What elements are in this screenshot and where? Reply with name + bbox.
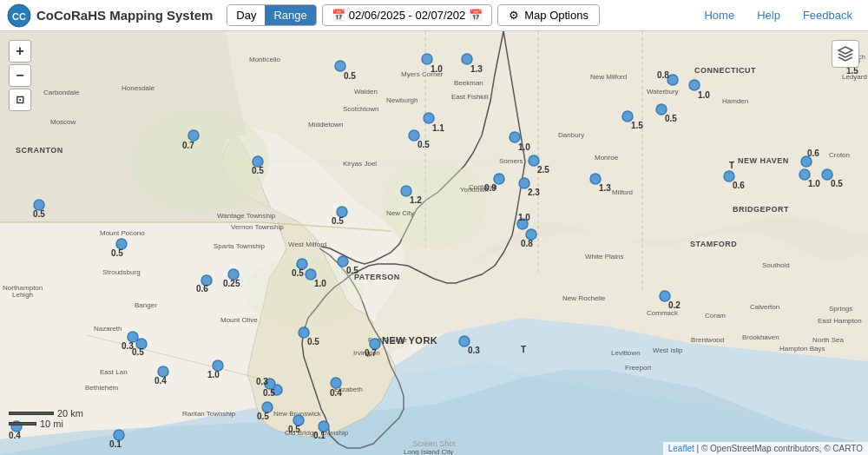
svg-text:0.5: 0.5 [292, 268, 304, 278]
svg-text:Lehigh: Lehigh [12, 291, 33, 299]
svg-text:Newburgh: Newburgh [386, 96, 418, 104]
svg-text:Kiryas Joel: Kiryas Joel [343, 160, 377, 168]
map-background: SCRANTON CONNECTICUT NEW HAVEN BRIDGEPOR… [0, 31, 868, 455]
svg-text:0.5: 0.5 [257, 412, 269, 421]
date-range-text: 02/06/2025 - 02/07/202 [349, 9, 465, 22]
svg-text:0.5: 0.5 [831, 179, 843, 188]
svg-text:1.0: 1.0 [698, 90, 710, 100]
svg-text:Mount Olive: Mount Olive [220, 316, 258, 324]
fit-bounds-button[interactable]: ⊡ [9, 89, 31, 111]
leaflet-link[interactable]: Leaflet [668, 444, 694, 453]
svg-point-107 [188, 130, 199, 141]
zoom-out-button[interactable]: − [9, 64, 31, 87]
svg-text:East Hampton: East Hampton [818, 317, 862, 325]
svg-text:Moscow: Moscow [50, 118, 76, 126]
svg-point-111 [510, 132, 520, 142]
svg-text:0.25: 0.25 [223, 279, 240, 288]
svg-text:0.6: 0.6 [807, 148, 819, 158]
calendar-icon: 📅 [332, 9, 345, 22]
gear-icon: ⚙ [509, 9, 519, 22]
zoom-in-button[interactable]: + [9, 40, 31, 63]
svg-text:CONNECTICUT: CONNECTICUT [694, 66, 756, 75]
svg-point-168 [331, 378, 341, 388]
svg-text:Wantage Township: Wantage Township [217, 212, 276, 220]
svg-text:1.3: 1.3 [470, 64, 483, 74]
layers-icon [837, 45, 854, 63]
svg-text:0.6: 0.6 [733, 181, 745, 190]
svg-text:Southold: Southold [762, 261, 790, 269]
svg-text:North Sea: North Sea [812, 336, 845, 344]
svg-text:0.5: 0.5 [288, 425, 300, 434]
svg-text:0.8: 0.8 [521, 239, 533, 248]
svg-text:NEW HAVEN: NEW HAVEN [738, 156, 789, 165]
zoom-controls: + − ⊡ [9, 40, 31, 111]
svg-text:Croton: Croton [829, 151, 850, 159]
feedback-link[interactable]: Feedback [794, 5, 861, 25]
svg-text:0.2: 0.2 [668, 300, 681, 310]
layers-button[interactable] [832, 40, 859, 68]
svg-text:Banger: Banger [135, 301, 157, 309]
map-options-button[interactable]: ⚙ Map Options [497, 4, 600, 26]
svg-marker-186 [838, 47, 852, 54]
svg-text:1.0: 1.0 [518, 142, 530, 152]
svg-text:Honesdale: Honesdale [122, 84, 155, 92]
scale-mi-label: 10 mi [40, 419, 63, 429]
osm-text: | © OpenStreetMap contributors, © CARTO [697, 444, 863, 453]
svg-text:Brentwood: Brentwood [691, 336, 724, 344]
svg-text:0.5: 0.5 [346, 266, 358, 275]
svg-text:2.5: 2.5 [537, 165, 549, 175]
svg-text:1.3: 1.3 [599, 183, 611, 193]
svg-text:Monticello: Monticello [249, 56, 281, 63]
home-link[interactable]: Home [695, 5, 743, 25]
svg-text:Somers: Somers [499, 157, 523, 165]
svg-text:Northampton: Northampton [3, 284, 43, 292]
svg-text:Stroudsburg: Stroudsburg [102, 268, 141, 276]
svg-text:Waterbury: Waterbury [647, 88, 679, 96]
svg-point-87 [335, 61, 345, 71]
logo-area: CC CoCoRaHS Mapping System [7, 3, 213, 28]
svg-text:West Islip: West Islip [653, 346, 683, 354]
svg-text:New City: New City [386, 209, 414, 217]
svg-text:0.6: 0.6 [196, 284, 208, 293]
svg-text:STAMFORD: STAMFORD [690, 240, 737, 248]
svg-text:1.1: 1.1 [432, 123, 444, 133]
svg-text:1.0: 1.0 [314, 279, 326, 288]
svg-text:0.8: 0.8 [657, 70, 669, 80]
svg-text:Beekman: Beekman [454, 79, 483, 87]
svg-text:White Plains: White Plains [585, 253, 623, 260]
svg-text:0.5: 0.5 [332, 216, 344, 226]
svg-text:Nazareth: Nazareth [94, 325, 122, 333]
svg-text:0.5: 0.5 [111, 248, 123, 258]
svg-text:0.5: 0.5 [418, 140, 430, 149]
svg-text:East Lan: East Lan [100, 368, 128, 376]
svg-text:East Fishkill: East Fishkill [451, 93, 489, 101]
svg-text:West Milford: West Milford [288, 241, 326, 248]
map-container[interactable]: SCRANTON CONNECTICUT NEW HAVEN BRIDGEPOR… [0, 31, 868, 455]
attribution: Leaflet | © OpenStreetMap contributors, … [663, 442, 868, 455]
svg-text:1.0: 1.0 [431, 64, 443, 74]
svg-text:BRIDGEPORT: BRIDGEPORT [733, 205, 789, 214]
range-button[interactable]: Range [265, 5, 315, 25]
svg-text:0.3: 0.3 [468, 346, 480, 355]
svg-text:Brookhaven: Brookhaven [742, 333, 779, 341]
svg-text:Sparta Township: Sparta Township [214, 242, 266, 250]
svg-text:Long Island City: Long Island City [404, 448, 453, 455]
help-link[interactable]: Help [748, 5, 789, 25]
svg-text:1.0: 1.0 [518, 213, 530, 222]
svg-text:New Rochelle: New Rochelle [562, 294, 606, 302]
scale-km-label: 20 km [57, 408, 83, 419]
svg-text:0.9: 0.9 [484, 183, 496, 193]
svg-text:Hamden: Hamden [722, 97, 748, 105]
svg-text:Mount Pocono: Mount Pocono [100, 229, 145, 237]
svg-text:Vernon Township: Vernon Township [231, 223, 284, 231]
day-range-toggle: Day Range [227, 4, 316, 26]
svg-text:T: T [729, 161, 734, 170]
svg-text:T: T [521, 345, 526, 354]
svg-text:Milford: Milford [612, 188, 633, 196]
svg-text:Danbury: Danbury [558, 131, 584, 139]
svg-text:Commack: Commack [647, 309, 679, 317]
date-range-button[interactable]: 📅 02/06/2025 - 02/07/202 📅 [322, 4, 492, 26]
day-button[interactable]: Day [227, 5, 265, 25]
svg-point-91 [462, 54, 472, 64]
svg-text:1.2: 1.2 [410, 195, 422, 205]
